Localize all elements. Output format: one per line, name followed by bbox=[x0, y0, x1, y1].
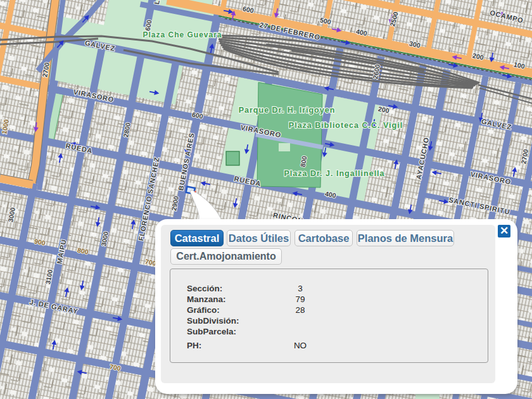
svg-text:Plaza Biblioteca C.C. Vigil: Plaza Biblioteca C.C. Vigil bbox=[289, 121, 403, 130]
svg-text:Parque Dr. H. Irigoyen: Parque Dr. H. Irigoyen bbox=[239, 106, 336, 115]
svg-text:Plaza Dr. J. Ingallinella: Plaza Dr. J. Ingallinella bbox=[284, 169, 384, 178]
svg-text:Plaza Che Guevara: Plaza Che Guevara bbox=[142, 30, 222, 39]
